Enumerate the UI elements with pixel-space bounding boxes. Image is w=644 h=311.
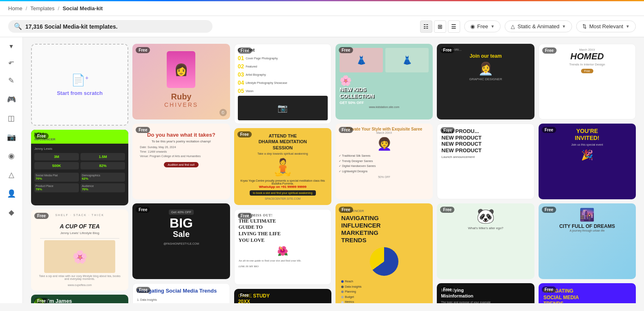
sidebar-item-card[interactable]: 📷 xyxy=(3,129,20,145)
ni-legend-planning: Planning xyxy=(341,289,427,295)
sidebar-collapse-button[interactable]: ▼ xyxy=(7,41,16,51)
badge-free: Free xyxy=(136,287,150,293)
template-content-yellow[interactable]: Free Content 01Cover Page Photography 02… xyxy=(234,44,331,124)
poetry-cta[interactable]: Audition and find out! xyxy=(164,162,199,167)
breadcrumb: Home / Templates / Social Media-kit xyxy=(0,1,644,16)
homed-title: HOMED xyxy=(543,51,631,62)
id-sub: The topic and purpose of your example xyxy=(441,301,530,303)
sidebar-item-game[interactable]: 🎮 xyxy=(3,91,20,108)
ni-inner: #INFLUENCER NAVIGATINGINFLUENCERMARKETIN… xyxy=(335,203,433,303)
template-panda[interactable]: Free 🐼 What's Mike's alter ego? xyxy=(437,203,534,279)
ug-title: THE ULTIMATEGUIDE TOLIVING THE LIFEYOU L… xyxy=(239,218,327,243)
template-case-study[interactable]: Free CASE STUDY20XX Year in a glimpse (L… xyxy=(234,289,331,303)
template-poetry[interactable]: Free Do you have what it takes? To be th… xyxy=(132,124,230,199)
nk-flower-icon: 🌸 xyxy=(340,75,429,86)
template-were-hiring[interactable]: Free WE'RE HIRI... Join our team 👩‍💼 GRA… xyxy=(437,44,534,119)
badge-free: Free xyxy=(136,207,150,213)
template-saree[interactable]: Free Elevate Your Style with Exquisite S… xyxy=(335,124,433,199)
badge-free: Free xyxy=(34,298,49,303)
template-nav-social[interactable]: Free Navigating Social Media Trends 1. D… xyxy=(132,283,230,303)
content-area: 📄+ Start from scratch Free NELIINFLUENCE… xyxy=(23,37,644,303)
id-title: IdentifyingMisinformation xyxy=(441,287,530,299)
sale-text: Sale xyxy=(136,230,226,239)
template-new-product[interactable]: Free NEW PRODU...NEW PRODUCTNEW PRODUCTN… xyxy=(437,124,534,199)
template-ruby[interactable]: Free 👩 Ruby CHIVERS © xyxy=(132,44,230,119)
wh-person-icon: 👩‍💼 xyxy=(441,61,530,76)
city-sub: A journey through urban life xyxy=(543,229,632,232)
city-title: CITY FULL OF DREAMS xyxy=(543,223,632,229)
wh-subtitle: GRAPHIC DESIGNER xyxy=(441,77,530,81)
badge-free: Free xyxy=(237,292,252,298)
poetry-sub: To be this year's poetry recitation cham… xyxy=(136,140,226,143)
neon-stat-pct: 82% xyxy=(80,162,125,169)
template-cup-tea[interactable]: Free SHELF · STACK · THICK A CUP OF TEA … xyxy=(31,210,128,291)
template-identify[interactable]: Free IdentifyingMisinformation The topic… xyxy=(437,283,534,303)
start-from-scratch-card[interactable]: 📄+ Start from scratch xyxy=(31,44,128,126)
template-nav-influencer[interactable]: Free #INFLUENCER NAVIGATINGINFLUENCERMAR… xyxy=(335,203,433,303)
dharma-headline: ATTEND THEDHARMA MEDITATIONSESSION xyxy=(239,133,326,151)
chevron-down-icon: ▼ xyxy=(491,24,495,29)
template-city[interactable]: Free 🌆 CITY FULL OF DREAMS A journey thr… xyxy=(539,203,636,279)
search-input[interactable] xyxy=(25,23,207,30)
search-icon: 🔍 xyxy=(14,23,22,30)
price-filter-dropdown[interactable]: ◉ Free ▼ xyxy=(464,20,501,32)
wh-role: Join our team xyxy=(441,53,530,59)
scratch-label: Start from scratch xyxy=(57,90,103,96)
template-nav-social2[interactable]: Free NAVIGATINGSOCIAL MEDIATRENDS. a. Da… xyxy=(539,283,636,303)
breadcrumb-templates[interactable]: Templates xyxy=(30,5,54,11)
template-invited[interactable]: Free YOU'REINVITED! Join us this special… xyxy=(539,124,636,199)
sidebar-item-project[interactable]: ⬐ xyxy=(3,54,20,70)
template-ultimate-guide[interactable]: Free DON'T MISS OUT! THE ULTIMATEGUIDE T… xyxy=(234,209,331,285)
badge-free: Free xyxy=(440,47,454,53)
nk-title: NEW KIDSCOLLECTION xyxy=(340,86,429,99)
sidebar-item-edit[interactable]: ✎ xyxy=(3,72,20,89)
badge-free: Free xyxy=(339,47,353,53)
sidebar-item-avatar[interactable]: 👤 xyxy=(3,185,20,202)
badge-free: Free xyxy=(34,213,49,219)
toolbar-right: ☷ ⊞ ☰ ◉ Free ▼ △ Static & Animated ▼ ⇅ M… xyxy=(420,20,636,33)
template-influencer-green[interactable]: Free JB I'm James Lifestyle Influencer 👨… xyxy=(31,295,128,303)
type-filter-dropdown[interactable]: △ Static & Animated ▼ xyxy=(505,20,572,32)
template-neon-green[interactable]: Free NELIINFLUENCER Jenny Lewis 3M 1.5M … xyxy=(31,130,128,205)
template-homed[interactable]: Free March 20XX HOMED Trends In Interior… xyxy=(539,44,636,119)
template-new-kids[interactable]: Free 👗 👗 🌸 NEW KIDSCOLLECTION GET 50% OF… xyxy=(335,44,433,119)
sidebar-item-misc[interactable]: ◆ xyxy=(3,204,20,221)
cup-tea-text: Take a sip and relax with our cozy lifes… xyxy=(35,273,124,282)
neon-stat-500k: 500K xyxy=(34,162,79,169)
new-kids-images: 👗 👗 xyxy=(340,48,429,72)
ni-legend-metrics: Metrics xyxy=(341,300,427,303)
grid-view-button[interactable]: ☷ xyxy=(420,20,432,33)
dharma-sub: Take a step towards spiritual awakening xyxy=(239,152,326,155)
ruby-avatar: 👩 xyxy=(167,51,195,88)
badge-free: Free xyxy=(440,286,454,293)
sort-dropdown[interactable]: ⇅ Most Relevant ▼ xyxy=(576,20,636,32)
cy-thumb: 📷 xyxy=(238,96,328,120)
list-view-button[interactable]: ☰ xyxy=(448,20,460,33)
sort-icon: ⇅ xyxy=(582,23,587,29)
dharma-book-btn[interactable]: to book a slot and find your spiritual a… xyxy=(250,190,316,196)
ug-link: LINK IN MY BIO xyxy=(239,265,327,268)
badge-free: Free xyxy=(237,131,252,137)
ni-legend: Reach Data Insights Planning Budget Metr… xyxy=(341,279,427,303)
dharma-cta: Kryas Yoga Centre proudly presents a spe… xyxy=(239,179,326,185)
template-big-sale[interactable]: Free Get 40% OFF BIG Sale @FASHIONFESTYL… xyxy=(132,203,230,279)
breadcrumb-sep1: / xyxy=(26,5,27,11)
templates-grid: 📄+ Start from scratch Free NELIINFLUENCE… xyxy=(31,44,636,303)
view-buttons: ☷ ⊞ ☰ xyxy=(420,20,460,33)
medium-grid-button[interactable]: ⊞ xyxy=(434,20,446,33)
badge-free: Free xyxy=(136,127,150,133)
neon-body: Jenny Lewis 3M 1.5M 500K 82% Social Medi… xyxy=(31,144,128,196)
breadcrumb-home[interactable]: Home xyxy=(8,5,22,11)
panda-text: What's Mike's alter ego? xyxy=(441,226,530,230)
cy-item-1: 01Cover Page Photography xyxy=(238,55,328,61)
sidebar-item-facebook[interactable]: ◉ xyxy=(3,148,20,164)
nsm-list: 1. Data Insights 2. Strategic Planning 3… xyxy=(137,297,225,303)
dharma-phone: WhatsApp on +91 99999 99999 xyxy=(239,185,326,189)
ni-hashtag: #INFLUENCER xyxy=(341,209,427,213)
badge-free: Free xyxy=(542,207,556,213)
template-dharma[interactable]: Free ATTEND THEDHARMA MEDITATIONSESSION … xyxy=(234,128,331,205)
sidebar-item-social[interactable]: △ xyxy=(3,167,20,183)
ug-flower-icon: 🌺 xyxy=(241,246,324,257)
sale-tag: Get 40% OFF xyxy=(169,210,194,215)
sidebar-item-grid[interactable]: ◫ xyxy=(3,110,20,126)
